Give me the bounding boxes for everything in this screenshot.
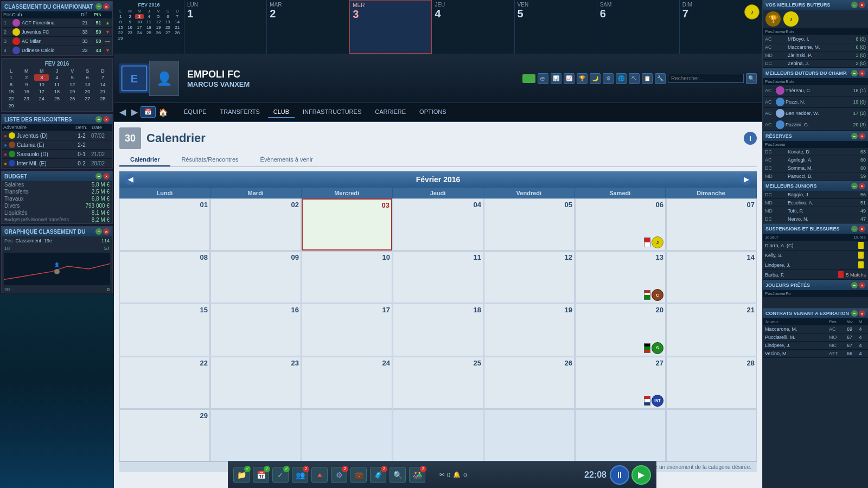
nav-carriere[interactable]: CARRIERE [369, 106, 411, 118]
con-min-btn[interactable]: − [851, 310, 858, 317]
championship-close-btn[interactable]: × [103, 3, 110, 10]
reserves-row-2[interactable]: AC Agrifogli, A. 60 [763, 156, 868, 164]
cal-cell-22[interactable]: 22 [119, 357, 210, 409]
champ-scorer-row-3[interactable]: AC Ben Yedder, W. 17 (2) [763, 108, 868, 119]
team-row-1[interactable]: 1 ACF Fiorentina 21 51 ▲ [2, 18, 112, 28]
champ-scorer-row-2[interactable]: AC Pozzi, N. 19 (0) [763, 97, 868, 108]
cal-cell-21[interactable]: 21 [666, 304, 757, 356]
month-prev-btn[interactable]: ◀ [125, 174, 136, 185]
nav-active-icon[interactable]: 📅 [141, 106, 156, 118]
nav-home-btn[interactable]: 🏠 [156, 108, 170, 117]
res-min-btn[interactable]: − [851, 133, 858, 139]
tb-settings-btn[interactable]: ⚙ 2 [331, 467, 347, 483]
nav-options[interactable]: OPTIONS [414, 106, 452, 118]
con-close-btn[interactable]: × [859, 310, 865, 317]
cal-cell-07[interactable]: 07 [666, 198, 757, 251]
cal-cell-empty-5[interactable] [575, 409, 666, 461]
scorer-row-4[interactable]: DC Zebina, J. 2 (0) [763, 60, 868, 68]
graph-min-btn[interactable]: − [95, 228, 102, 235]
toolbar-icon-6[interactable]: ⚙ [603, 73, 614, 84]
cs-close-btn[interactable]: × [859, 70, 865, 76]
juniors-row-1[interactable]: DC Baggio, J. 56 [763, 191, 868, 199]
tb-suitcase-btn[interactable]: 🧳 2 [370, 467, 386, 483]
cal-cell-06[interactable]: 06 J [575, 198, 666, 251]
cal-cell-01[interactable]: 01 [119, 198, 210, 251]
juniors-row-4[interactable]: DC Nervo, N. 47 [763, 215, 868, 223]
jun-close-btn[interactable]: × [859, 183, 865, 189]
suspension-row-4[interactable]: Barba, F. 5 Matchs [763, 270, 868, 280]
sus-close-btn[interactable]: × [859, 226, 865, 232]
search-button[interactable]: 🔍 [746, 73, 757, 84]
scorer-row-1[interactable]: AC M'Boyo, I. 8 (0) [763, 35, 868, 43]
cal-cell-03[interactable]: 03 [302, 198, 392, 251]
loan-close-btn[interactable]: × [859, 282, 865, 288]
matches-min-btn[interactable]: − [95, 116, 102, 123]
reserves-row-4[interactable]: MD Panucci, B. 59 [763, 172, 868, 181]
jun-min-btn[interactable]: − [851, 183, 858, 189]
graph-close-btn[interactable]: × [103, 228, 110, 235]
toolbar-icon-5[interactable]: 🌙 [590, 73, 601, 84]
nav-forward-btn[interactable]: ▶ [129, 107, 141, 117]
juniors-row-2[interactable]: MD Eccelino, A. 51 [763, 199, 868, 207]
nav-back-btn[interactable]: ◀ [117, 107, 129, 117]
tb-users-btn[interactable]: 👥 2 [292, 467, 308, 483]
loan-min-btn[interactable]: − [851, 282, 858, 288]
tb-people-btn[interactable]: 👫 2 [409, 467, 425, 483]
match-item-1[interactable]: ● Juventus (D) 1-2 07/02 [2, 131, 112, 140]
toolbar-icon-1[interactable]: 🏟 [538, 73, 548, 84]
champ-scorer-row-1[interactable]: AC Théreau, C. 16 (1) [763, 85, 868, 97]
matches-close-btn[interactable]: × [103, 116, 110, 123]
cal-cell-28[interactable]: 28 [666, 357, 757, 409]
cal-cell-23[interactable]: 23 [210, 357, 301, 409]
champ-scorer-row-4[interactable]: AC Pazzini, G. 20 (3) [763, 119, 868, 131]
ts-min-btn[interactable]: − [851, 2, 858, 8]
month-next-btn[interactable]: ▶ [741, 174, 751, 185]
tb-magnify-btn[interactable]: 🔍 [390, 467, 406, 483]
team-row-4[interactable]: 4 Udinese Calcio 22 43 ▼ [2, 46, 112, 55]
toolbar-icon-3[interactable]: 📈 [564, 73, 575, 84]
cal-cell-02[interactable]: 02 [210, 198, 301, 251]
tab-resultats[interactable]: Résultats/Rencontres [170, 153, 249, 166]
cal-cell-05[interactable]: 05 [484, 198, 575, 251]
cs-min-btn[interactable]: − [851, 70, 858, 76]
suspension-row-2[interactable]: Kelly, S. [763, 251, 868, 260]
tab-evenements[interactable]: Évènements à venir [250, 153, 324, 166]
budget-min-btn[interactable]: − [95, 173, 102, 179]
juniors-row-3[interactable]: MD Totti, P. 49 [763, 207, 868, 215]
cal-cell-08[interactable]: 08 [119, 251, 210, 303]
budget-close-btn[interactable]: × [103, 173, 110, 179]
scorer-row-2[interactable]: AC Maccarone, M. 6 (0) [763, 43, 868, 52]
toolbar-icon-2[interactable]: 📊 [551, 73, 561, 84]
tb-folder-btn[interactable]: 📁 ✓ [233, 467, 250, 483]
cal-cell-25[interactable]: 25 [393, 357, 483, 409]
contract-row-4[interactable]: Vecino, M. ATT 66 4 [763, 350, 868, 358]
suspension-row-3[interactable]: Lindpere, J. [763, 260, 868, 270]
tb-check-btn[interactable]: ✓ ✓ [272, 467, 289, 483]
ts-close-btn[interactable]: × [859, 2, 865, 8]
cal-cell-12[interactable]: 12 [484, 251, 575, 303]
nav-equipe[interactable]: ÉQUIPE [178, 106, 212, 118]
cal-cell-empty-4[interactable] [484, 409, 575, 461]
cal-cell-11[interactable]: 11 [393, 251, 483, 303]
cal-cell-14[interactable]: 14 [666, 251, 757, 303]
tab-calendrier[interactable]: Calendrier [119, 153, 170, 166]
tb-cone-btn[interactable]: 🔺 [311, 467, 328, 483]
cal-cell-empty-2[interactable] [302, 409, 392, 461]
tb-briefcase-btn[interactable]: 💼 [350, 467, 367, 483]
cal-cell-04[interactable]: 04 [393, 198, 483, 251]
pause-btn[interactable]: ⏸ [610, 465, 629, 485]
cal-cell-17[interactable]: 17 [302, 304, 392, 356]
cal-cell-09[interactable]: 09 [210, 251, 301, 303]
team-row-2[interactable]: 2 Juventus FC 33 50 ▼ [2, 28, 112, 37]
match-item-3[interactable]: ● Sassuolo (D) 0-1 21/02 [2, 150, 112, 159]
championship-min-btn[interactable]: − [95, 3, 102, 10]
suspension-row-1[interactable]: Diarra, A. (C) [763, 241, 868, 251]
cal-cell-empty-6[interactable] [666, 409, 757, 461]
cal-cell-empty-3[interactable] [393, 409, 483, 461]
contract-row-2[interactable]: Pucciarelli, M. MO 67 4 [763, 333, 868, 342]
toolbar-icon-9[interactable]: 📋 [642, 73, 653, 84]
cal-cell-19[interactable]: 19 [484, 304, 575, 356]
cal-cell-13[interactable]: 13 C [575, 251, 666, 303]
cal-cell-27[interactable]: 27 INT [575, 357, 666, 409]
cal-cell-24[interactable]: 24 [302, 357, 392, 409]
